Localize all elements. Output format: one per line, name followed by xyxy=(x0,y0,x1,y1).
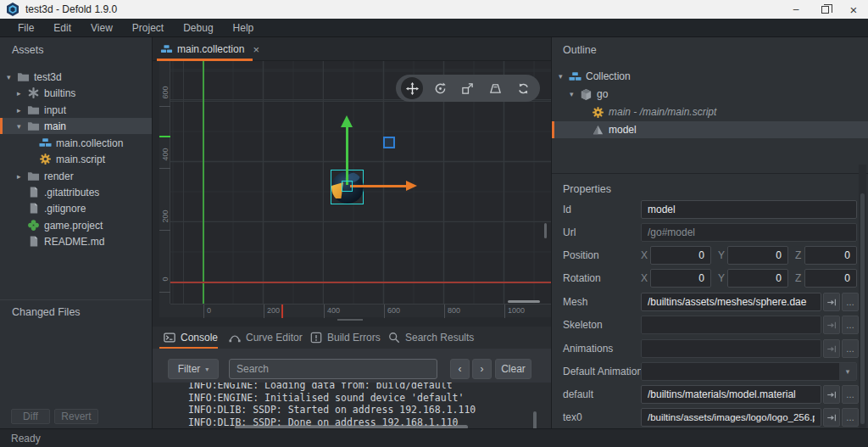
gizmo-center-handle[interactable] xyxy=(342,181,353,192)
tree-item-test3d[interactable]: ▾ test3d xyxy=(0,69,152,85)
browse-resource-button[interactable]: … xyxy=(842,408,859,427)
chevron-expanded-icon[interactable]: ▾ xyxy=(17,122,27,131)
tree-item-main-script[interactable]: main.script xyxy=(0,151,152,167)
gizmo-y-axis[interactable] xyxy=(346,127,348,185)
mesh-input[interactable] xyxy=(641,293,821,311)
scene-vertical-scrollbar[interactable] xyxy=(544,223,547,238)
tree-item-input[interactable]: ▸ input xyxy=(0,102,152,118)
chevron-expanded-icon[interactable]: ▾ xyxy=(7,73,17,81)
close-button[interactable]: × xyxy=(839,0,868,19)
diff-button[interactable]: Diff xyxy=(11,409,50,424)
property-label: default xyxy=(563,385,593,404)
tree-item-game-project[interactable]: game.project xyxy=(0,217,152,233)
rotation-z-input[interactable] xyxy=(804,269,857,288)
restore-button[interactable] xyxy=(810,0,839,19)
tab-curve-editor[interactable]: Curve Editor xyxy=(229,327,303,349)
browse-resource-button[interactable]: … xyxy=(842,385,859,404)
next-match-button[interactable]: › xyxy=(472,359,492,379)
changed-files-title: Changed Files xyxy=(12,306,81,318)
section-divider xyxy=(552,173,868,174)
frustum-tool-button[interactable] xyxy=(485,77,507,99)
position-x-input[interactable] xyxy=(650,246,711,265)
terminal-icon xyxy=(164,332,175,344)
menu-view[interactable]: View xyxy=(86,22,117,34)
property-label: Animations xyxy=(563,339,613,358)
browse-resource-button[interactable]: … xyxy=(842,339,859,358)
rotate-tool-button[interactable] xyxy=(429,77,451,99)
tab-label: Console xyxy=(181,332,218,344)
property-label: Mesh xyxy=(563,293,587,311)
property-row-material: default … xyxy=(552,385,868,404)
minimize-button[interactable]: – xyxy=(782,0,810,19)
ruler-tick xyxy=(159,230,170,231)
ruler-tick xyxy=(159,168,170,169)
menu-help[interactable]: Help xyxy=(229,22,259,34)
tree-item-main-collection[interactable]: main.collection xyxy=(0,135,152,151)
scale-tool-button[interactable] xyxy=(457,77,479,99)
realign-camera-button[interactable] xyxy=(513,77,535,99)
outline-item-go[interactable]: ▾ go xyxy=(552,86,868,103)
chevron-expanded-icon[interactable]: ▾ xyxy=(570,90,580,98)
properties-scrollbar-thumb[interactable] xyxy=(860,193,865,424)
tab-main-collection[interactable]: main.collection × xyxy=(157,37,263,61)
clear-console-button[interactable]: Clear xyxy=(495,359,531,379)
panel-splitter-handle[interactable] xyxy=(337,319,363,321)
tree-item-gitattributes[interactable]: .gitattributes xyxy=(0,184,152,200)
open-resource-button[interactable] xyxy=(823,316,840,334)
filter-dropdown[interactable]: Filter ▾ xyxy=(168,359,219,379)
open-resource-button[interactable] xyxy=(823,339,840,358)
tree-item-main[interactable]: ▾ main xyxy=(0,118,152,134)
scene-viewport[interactable] xyxy=(170,61,551,304)
tree-item-builtins[interactable]: ▸ builtins xyxy=(0,85,152,101)
open-resource-button[interactable] xyxy=(823,408,840,427)
browse-resource-button[interactable]: … xyxy=(842,316,859,334)
chevron-expanded-icon[interactable]: ▾ xyxy=(559,72,569,81)
animations-input[interactable] xyxy=(641,339,821,358)
tab-build-errors[interactable]: Build Errors xyxy=(310,327,381,349)
material-input[interactable] xyxy=(641,385,821,404)
menu-debug[interactable]: Debug xyxy=(179,22,217,34)
position-y-input[interactable] xyxy=(727,246,788,265)
tree-item-gitignore[interactable]: .gitignore xyxy=(0,200,152,216)
gizmo-x-axis[interactable] xyxy=(350,185,406,187)
tree-item-render[interactable]: ▸ render xyxy=(0,168,152,184)
menu-project[interactable]: Project xyxy=(128,22,168,34)
tree-item-label: .gitattributes xyxy=(44,187,99,198)
tab-search-results[interactable]: Search Results xyxy=(388,327,474,349)
move-icon xyxy=(406,82,419,95)
tab-close-icon[interactable]: × xyxy=(253,43,259,56)
scene-horizontal-scrollbar[interactable] xyxy=(508,300,540,303)
tex0-input[interactable] xyxy=(641,408,821,427)
browse-resource-button[interactable]: … xyxy=(842,293,859,311)
id-input[interactable] xyxy=(641,200,857,219)
menu-edit[interactable]: Edit xyxy=(49,22,75,34)
outline-item-main-script[interactable]: main - /main/main.script xyxy=(552,103,868,120)
ruler-tick xyxy=(159,106,170,107)
console-search-input[interactable] xyxy=(229,359,437,379)
curve-icon xyxy=(229,332,241,344)
open-resource-button[interactable] xyxy=(823,385,840,404)
gizmo-plane-handle[interactable] xyxy=(383,137,395,148)
open-resource-button[interactable] xyxy=(823,293,840,311)
chevron-collapsed-icon[interactable]: ▸ xyxy=(17,106,27,115)
chevron-collapsed-icon[interactable]: ▸ xyxy=(17,172,27,181)
chevron-collapsed-icon[interactable]: ▸ xyxy=(17,89,27,98)
default-animation-select[interactable]: ▾ xyxy=(641,362,857,381)
tab-console[interactable]: Console xyxy=(164,327,218,349)
outline-item-label: model xyxy=(609,124,637,136)
horizontal-ruler: 0 200 400 600 800 1000 xyxy=(170,304,551,317)
outline-item-model[interactable]: model xyxy=(552,121,868,138)
prev-match-button[interactable]: ‹ xyxy=(450,359,470,379)
world-y-axis xyxy=(203,61,204,304)
revert-button[interactable]: Revert xyxy=(54,409,98,424)
console-log[interactable]: INFO:ENGINE: Loading data from: build/de… xyxy=(153,383,551,428)
tree-item-readme[interactable]: README.md xyxy=(0,233,152,249)
rotation-x-input[interactable] xyxy=(650,269,711,288)
position-z-input[interactable] xyxy=(804,246,857,265)
move-tool-button[interactable] xyxy=(401,77,423,99)
skeleton-input[interactable] xyxy=(641,316,821,334)
outline-item-collection[interactable]: ▾ Collection xyxy=(552,68,868,85)
rotation-y-input[interactable] xyxy=(727,269,788,288)
tree-item-label: main.script xyxy=(56,154,105,165)
menu-file[interactable]: File xyxy=(14,22,38,34)
